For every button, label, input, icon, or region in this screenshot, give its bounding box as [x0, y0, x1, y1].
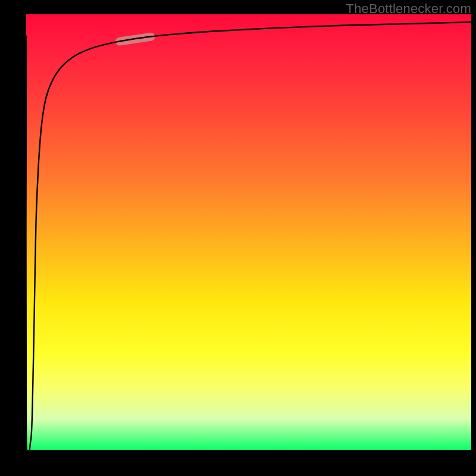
plot-area	[26, 14, 471, 450]
chart-frame: TheBottlenecker.com	[0, 0, 476, 476]
curve-path	[26, 22, 471, 463]
bottleneck-curve	[26, 14, 471, 450]
watermark-text: TheBottlenecker.com	[346, 1, 471, 17]
